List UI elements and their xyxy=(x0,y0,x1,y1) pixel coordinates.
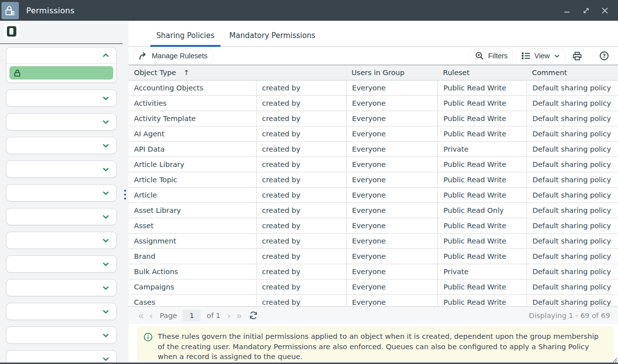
svg-text:?: ? xyxy=(603,53,606,59)
column-header-users-in-group[interactable]: Users in Group xyxy=(346,69,438,77)
close-button[interactable] xyxy=(599,5,610,16)
sidebar-collapse-button[interactable] xyxy=(3,23,19,39)
table-row-assignment[interactable]: Assignmentcreated byEveryonePublic Read … xyxy=(129,234,618,249)
sidebar-section-header-database[interactable] xyxy=(6,137,116,154)
next-page-button[interactable]: › xyxy=(224,311,233,320)
table-cell: Article Library xyxy=(129,157,256,172)
minimize-button[interactable] xyxy=(562,5,573,16)
table-row-ai-agent[interactable]: AI Agentcreated byEveryonePublic Read Wr… xyxy=(129,126,618,142)
sidebar-item-permissions[interactable] xyxy=(9,66,113,80)
sidebar-panel-icon xyxy=(7,26,16,37)
table-row-campaigns[interactable]: Campaignscreated byEveryonePublic Read W… xyxy=(129,280,618,295)
table-cell: created by xyxy=(256,172,346,187)
table-cell: Campaigns xyxy=(129,280,256,294)
table-cell: Bulk Actions xyxy=(129,264,256,279)
chevron-down-icon xyxy=(102,165,110,173)
refresh-button[interactable] xyxy=(249,311,258,320)
table-row-asset[interactable]: Assetcreated byEveryonePublic Read Write… xyxy=(129,218,618,234)
table-row-article-library[interactable]: Article Librarycreated byEveryonePublic … xyxy=(129,157,618,172)
table-cell: Default sharing policy xyxy=(527,203,618,218)
last-page-button[interactable]: » xyxy=(233,311,245,320)
table-row-article[interactable]: Articlecreated byEveryonePublic Read Wri… xyxy=(129,188,618,203)
column-header-label: Ruleset xyxy=(443,69,470,77)
sidebar-section-addresses xyxy=(6,232,117,249)
manage-rulesets-button[interactable]: Manage Rulesets xyxy=(133,49,213,63)
table-row-bulk-actions[interactable]: Bulk Actionscreated byEveryonePrivateDef… xyxy=(129,264,618,280)
table-row-article-topic[interactable]: Article Topiccreated byEveryonePublic Re… xyxy=(129,172,618,188)
sidebar-section-header-accounting[interactable] xyxy=(6,161,116,177)
table-cell: Everyone xyxy=(346,295,438,306)
chevron-down-icon xyxy=(102,237,110,244)
sidebar-section-header-automation[interactable] xyxy=(6,327,116,343)
page-number-input[interactable] xyxy=(183,310,201,322)
tab-sharing-policies[interactable]: Sharing Policies xyxy=(150,31,221,46)
manage-rulesets-label: Manage Rulesets xyxy=(152,52,208,60)
sidebar-section-header-other-integrations[interactable] xyxy=(6,303,116,320)
page-of-label: of 1 xyxy=(207,312,221,320)
table-cell: Everyone xyxy=(346,81,438,95)
sidebar-splitter-handle[interactable] xyxy=(124,190,126,200)
info-circle-icon xyxy=(143,332,153,342)
column-header-object-type[interactable]: Object Type↑ xyxy=(129,69,256,77)
table-cell: Default sharing policy xyxy=(527,295,618,306)
table-cell: Asset xyxy=(129,218,256,233)
chevron-down-icon xyxy=(102,118,110,126)
filters-button[interactable]: Filters xyxy=(470,48,512,63)
sidebar-section-email-integrations xyxy=(6,184,117,202)
sidebar-section-customization xyxy=(6,255,117,273)
redo-arrow-icon xyxy=(138,52,148,60)
table-row-brand[interactable]: Brandcreated byEveryonePublic Read Write… xyxy=(129,249,618,264)
help-button[interactable]: ? xyxy=(596,48,612,64)
sidebar-section-header-workbooks-ai[interactable] xyxy=(6,280,116,296)
table-cell: created by xyxy=(256,218,346,233)
table-cell: Public Read Write xyxy=(438,126,527,141)
table-row-accounting-objects[interactable]: Accounting Objectscreated byEveryonePubl… xyxy=(129,81,618,96)
sidebar-section-header-preferences[interactable] xyxy=(6,90,116,106)
info-note-box: These rules govern the initial permissio… xyxy=(137,326,614,361)
column-header-ruleset[interactable]: Ruleset xyxy=(438,69,527,77)
tab-mandatory-permissions[interactable]: Mandatory Permissions xyxy=(223,31,321,46)
toolbar-right-group: Filters View ? xyxy=(470,48,612,64)
table-cell: Activity Template xyxy=(129,111,256,126)
table-row-cases[interactable]: Casescreated byEveryonePublic Read Write… xyxy=(129,295,618,306)
chevron-down-icon xyxy=(102,142,110,150)
table-row-activities[interactable]: Activitiescreated byEveryonePublic Read … xyxy=(129,96,618,111)
table-cell: Default sharing policy xyxy=(527,234,618,248)
table-row-api-data[interactable]: API Datacreated byEveryonePrivateDefault… xyxy=(129,142,618,157)
table-cell: Everyone xyxy=(346,126,438,141)
column-header-comment[interactable]: Comment xyxy=(527,69,618,77)
window-resize-handle[interactable] xyxy=(612,357,618,363)
table-row-activity-template[interactable]: Activity Templatecreated byEveryonePubli… xyxy=(129,111,618,126)
table-cell: Public Read Write xyxy=(438,157,527,172)
page-label: Page xyxy=(160,312,177,320)
table-cell: Default sharing policy xyxy=(527,142,618,157)
chevron-down-icon xyxy=(102,94,110,102)
table-cell: Public Read Write xyxy=(438,280,527,294)
table-cell: Public Read Write xyxy=(438,188,527,202)
sidebar-section-header-web-integrations[interactable] xyxy=(6,208,116,225)
table-cell: Everyone xyxy=(346,157,438,172)
zoom-plus-icon xyxy=(475,51,484,60)
table-cell: created by xyxy=(256,111,346,126)
table-cell: Everyone xyxy=(346,188,438,202)
table-cell: Assignment xyxy=(129,234,256,248)
sidebar-section-header-account-settings[interactable] xyxy=(6,114,116,130)
view-button[interactable]: View xyxy=(517,49,565,63)
sidebar-section-header-addresses[interactable] xyxy=(6,232,116,248)
maximize-button[interactable] xyxy=(580,5,591,16)
sidebar-section-users-security xyxy=(6,47,117,83)
window-controls xyxy=(562,5,610,16)
table-cell: Everyone xyxy=(346,280,438,294)
pagination-bar: « ‹ Page of 1 › » Displaying 1 - 69 of 6… xyxy=(129,306,618,324)
table-cell: created by xyxy=(256,234,346,248)
table-row-asset-library[interactable]: Asset Librarycreated byEveryonePublic Re… xyxy=(129,203,618,218)
sidebar-section-header-templates[interactable] xyxy=(6,351,116,364)
print-button[interactable] xyxy=(569,48,585,64)
sidebar-section-header-customization[interactable] xyxy=(6,256,116,272)
first-page-button[interactable]: « xyxy=(135,311,147,320)
sidebar-section-header-email-integrations[interactable] xyxy=(6,185,116,201)
table-cell: Asset Library xyxy=(129,203,256,218)
sidebar-section-header-users-security[interactable] xyxy=(6,47,116,64)
prev-page-button[interactable]: ‹ xyxy=(147,311,156,320)
table-cell: Default sharing policy xyxy=(527,111,618,126)
